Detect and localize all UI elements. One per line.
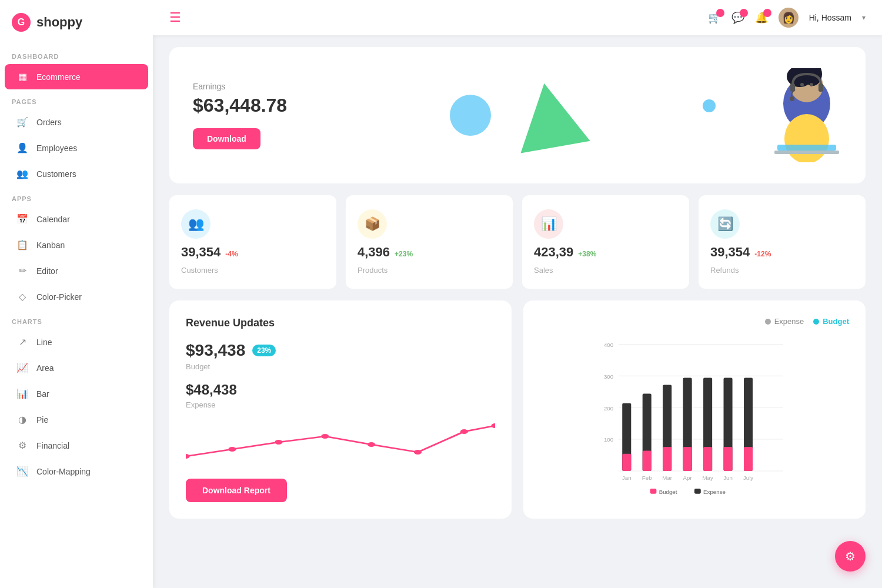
sidebar-item-bar[interactable]: 📊 Bar [5,381,148,406]
budget-legend-dot [813,319,819,325]
main-area: ☰ 🛒 💬 🔔 👩 Hi, Hossam ▾ Earnings [153,0,882,588]
sidebar-label-customers: Customers [36,169,76,179]
budget-legend-label: Budget [823,317,849,326]
chat-icon[interactable]: 💬 [731,11,744,24]
sidebar-item-orders[interactable]: 🛒 Orders [5,109,148,135]
stat-card-sales: 📊 423,39 +38% Sales [522,195,689,289]
svg-point-9 [810,83,813,86]
sidebar-label-bar: Bar [36,389,49,399]
svg-rect-5 [818,83,823,92]
topbar-right: 🛒 💬 🔔 👩 Hi, Hossam ▾ [708,8,866,28]
bell-icon[interactable]: 🔔 [755,11,768,24]
sidebar-label-editor: Editor [36,266,58,276]
topbar: ☰ 🛒 💬 🔔 👩 Hi, Hossam ▾ [153,0,882,35]
cart-badge [716,9,724,17]
sidebar-icon-line: ↗ [16,336,28,348]
svg-point-8 [800,83,804,86]
user-chevron-icon[interactable]: ▾ [862,14,866,22]
sidebar-section-pages: PAGES [0,90,153,109]
svg-point-16 [368,442,375,447]
bar-chart-card: Expense Budget 400 300 200 10 [523,300,866,519]
sidebar-item-area[interactable]: 📈 Area [5,355,148,380]
sidebar-section-apps: APPS [0,187,153,206]
sidebar: G shoppy DASHBOARD ▦ Ecommerce PAGES 🛒 O… [0,0,153,588]
sidebar-item-kanban[interactable]: 📋 Kanban [5,232,148,258]
stat-value-row-products: 4,396 +23% [358,245,413,260]
avatar[interactable]: 👩 [779,8,799,28]
expense-amount: $48,438 [186,382,495,398]
sidebar-item-pie[interactable]: ◑ Pie [5,407,148,432]
bottom-row: Revenue Updates $93,438 23% Budget $48,4… [169,300,866,519]
stat-label-customers: Customers [181,266,218,275]
stat-icon-refunds: 🔄 [710,209,740,239]
stat-label-sales: Sales [534,266,553,275]
stat-value-refunds: 39,354 [710,245,750,260]
sidebar-label-pie: Pie [36,415,48,425]
sidebar-icon-bar: 📊 [16,388,28,399]
sidebar-section-dashboard: DASHBOARD [0,45,153,64]
stat-value-products: 4,396 [358,245,390,260]
stat-card-products: 📦 4,396 +23% Products [346,195,513,289]
svg-point-6 [790,96,794,101]
svg-rect-32 [643,450,652,470]
svg-text:Mar: Mar [662,475,672,481]
stat-value-row-sales: 423,39 +38% [534,245,596,260]
expense-legend-label: Expense [774,317,804,326]
svg-rect-42 [744,447,753,471]
svg-rect-50 [650,489,657,494]
stat-label-products: Products [358,266,387,275]
hero-illustration [677,68,842,162]
svg-rect-10 [777,145,836,151]
stat-card-refunds: 🔄 39,354 -12% Refunds [699,195,866,289]
username-label: Hi, Hossam [809,13,851,22]
cart-icon[interactable]: 🛒 [708,11,721,24]
sidebar-item-ecommerce[interactable]: ▦ Ecommerce [5,64,148,89]
sidebar-item-financial[interactable]: ⚙ Financial [5,433,148,458]
sidebar-label-calendar: Calendar [36,215,70,224]
download-report-button[interactable]: Download Report [186,479,287,502]
sidebar-item-editor[interactable]: ✏ Editor [5,258,148,283]
svg-rect-38 [703,447,712,471]
download-button[interactable]: Download [193,128,260,149]
hero-left: Earnings $63,448.78 Download [193,82,287,149]
stat-card-customers: 👥 39,354 -4% Customers [169,195,336,289]
sidebar-label-ecommerce: Ecommerce [36,72,81,82]
sidebar-item-color-picker[interactable]: ◇ Color-Picker [5,284,148,309]
menu-toggle[interactable]: ☰ [169,10,181,25]
svg-text:Expense: Expense [703,489,726,495]
svg-point-7 [784,114,829,162]
svg-text:200: 200 [604,405,614,412]
stat-icon-sales: 📊 [534,209,563,239]
svg-text:Jun: Jun [723,475,733,481]
sidebar-icon-ecommerce: ▦ [16,71,28,82]
sidebar-label-financial: Financial [36,441,69,450]
sidebar-icon-customers: 👥 [16,168,28,179]
stat-change-refunds: -12% [754,250,771,258]
sidebar-item-color-mapping[interactable]: 📉 Color-Mapping [5,459,148,484]
stat-change-customers: -4% [225,250,238,258]
stat-change-sales: +38% [578,250,596,258]
sidebar-label-orders: Orders [36,118,62,127]
sidebar-item-customers[interactable]: 👥 Customers [5,161,148,186]
svg-rect-11 [774,151,839,154]
budget-badge: 23% [252,345,276,356]
app-logo[interactable]: G shoppy [0,0,153,45]
sidebar-item-employees[interactable]: 👤 Employees [5,135,148,161]
sidebar-icon-color-picker: ◇ [16,291,28,302]
line-chart-area [186,420,495,467]
sidebar-icon-calendar: 📅 [16,213,28,225]
sidebar-icon-pie: ◑ [16,414,28,425]
sidebar-label-employees: Employees [36,143,77,153]
sidebar-item-line[interactable]: ↗ Line [5,329,148,355]
fab-button[interactable]: ⚙ [835,541,866,572]
svg-point-14 [275,440,282,445]
sidebar-item-calendar[interactable]: 📅 Calendar [5,206,148,232]
expense-legend-dot [765,319,771,325]
logo-icon: G [12,13,31,32]
hero-amount: $63,448.78 [193,95,287,116]
hero-decorations [450,83,585,148]
bell-badge [763,9,771,17]
svg-rect-36 [683,447,692,471]
content-area: Earnings $63,448.78 Download [153,35,882,588]
svg-text:Feb: Feb [642,475,652,481]
